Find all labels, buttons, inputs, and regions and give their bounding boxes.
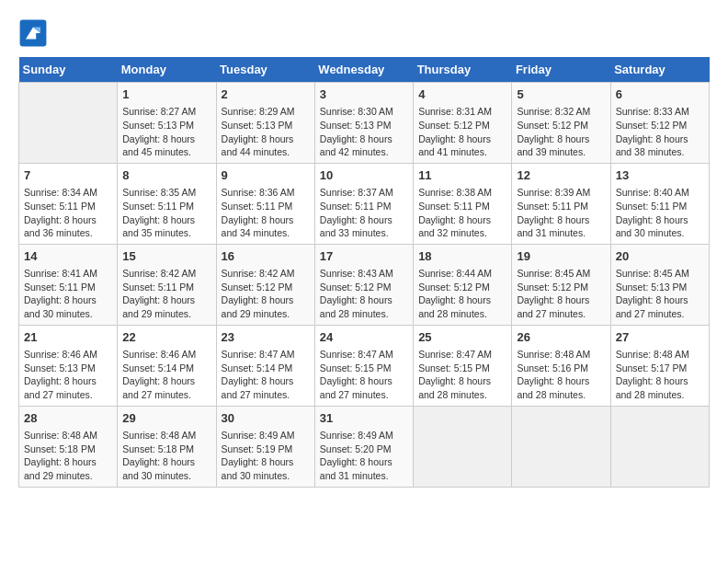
day-number: 20 (616, 248, 704, 265)
calendar-week-4: 21Sunrise: 8:46 AMSunset: 5:13 PMDayligh… (19, 325, 710, 406)
calendar-header-row: SundayMondayTuesdayWednesdayThursdayFrid… (19, 57, 710, 83)
day-info: Sunrise: 8:41 AM (24, 267, 112, 281)
day-info: Sunset: 5:11 PM (320, 200, 408, 213)
calendar-week-1: 1Sunrise: 8:27 AMSunset: 5:13 PMDaylight… (19, 83, 710, 164)
day-info: Sunrise: 8:33 AM (616, 105, 704, 119)
day-info: Sunset: 5:11 PM (517, 200, 605, 213)
day-info: Daylight: 8 hours and 33 minutes. (320, 213, 408, 240)
day-number: 26 (517, 329, 605, 346)
day-info: Sunset: 5:14 PM (222, 362, 310, 375)
day-info: Sunset: 5:15 PM (418, 362, 506, 375)
day-info: Daylight: 8 hours and 41 minutes. (418, 132, 506, 159)
day-info: Sunset: 5:11 PM (122, 281, 210, 294)
day-info: Sunset: 5:11 PM (222, 200, 310, 213)
day-info: Daylight: 8 hours and 28 minutes. (616, 374, 704, 401)
day-info: Daylight: 8 hours and 29 minutes. (222, 293, 310, 320)
day-info: Daylight: 8 hours and 27 minutes. (24, 374, 112, 401)
day-info: Sunset: 5:13 PM (616, 281, 704, 294)
day-info: Sunset: 5:12 PM (616, 119, 704, 132)
day-info: Daylight: 8 hours and 27 minutes. (517, 293, 605, 320)
calendar-cell (414, 406, 512, 487)
day-info: Daylight: 8 hours and 28 minutes. (517, 374, 605, 401)
day-info: Daylight: 8 hours and 30 minutes. (122, 455, 210, 482)
day-info: Sunset: 5:12 PM (517, 281, 605, 294)
calendar-cell: 27Sunrise: 8:48 AMSunset: 5:17 PMDayligh… (610, 325, 709, 406)
calendar-cell: 8Sunrise: 8:35 AMSunset: 5:11 PMDaylight… (118, 163, 216, 244)
day-info: Sunrise: 8:35 AM (122, 186, 210, 200)
day-info: Sunrise: 8:47 AM (418, 348, 506, 362)
calendar-cell: 3Sunrise: 8:30 AMSunset: 5:13 PMDaylight… (314, 83, 413, 164)
day-info: Sunrise: 8:38 AM (418, 186, 506, 200)
logo (18, 18, 51, 48)
day-info: Sunset: 5:11 PM (24, 200, 112, 213)
day-info: Sunrise: 8:37 AM (320, 186, 408, 200)
day-number: 13 (616, 167, 704, 184)
calendar-cell: 16Sunrise: 8:42 AMSunset: 5:12 PMDayligh… (216, 244, 314, 325)
day-info: Daylight: 8 hours and 44 minutes. (222, 132, 310, 159)
day-number: 15 (122, 248, 210, 265)
day-info: Sunset: 5:18 PM (24, 442, 112, 456)
day-info: Daylight: 8 hours and 27 minutes. (320, 374, 408, 401)
day-info: Sunset: 5:14 PM (122, 362, 210, 375)
calendar-cell: 25Sunrise: 8:47 AMSunset: 5:15 PMDayligh… (414, 325, 512, 406)
day-info: Sunrise: 8:42 AM (222, 267, 310, 281)
day-info: Daylight: 8 hours and 28 minutes. (418, 293, 506, 320)
calendar-cell: 26Sunrise: 8:48 AMSunset: 5:16 PMDayligh… (512, 325, 610, 406)
day-info: Daylight: 8 hours and 39 minutes. (517, 132, 605, 159)
day-info: Sunrise: 8:48 AM (24, 429, 112, 442)
day-number: 1 (122, 86, 210, 103)
day-info: Daylight: 8 hours and 31 minutes. (517, 213, 605, 240)
header-saturday: Saturday (610, 57, 709, 83)
day-info: Daylight: 8 hours and 29 minutes. (122, 293, 210, 320)
day-info: Sunrise: 8:27 AM (122, 105, 210, 119)
calendar-cell: 5Sunrise: 8:32 AMSunset: 5:12 PMDaylight… (512, 83, 610, 164)
day-info: Sunrise: 8:45 AM (616, 267, 704, 281)
calendar-cell (610, 406, 709, 487)
header-sunday: Sunday (19, 57, 118, 83)
day-info: Sunrise: 8:40 AM (616, 186, 704, 200)
day-info: Sunrise: 8:34 AM (24, 186, 112, 200)
day-number: 5 (517, 86, 605, 103)
day-number: 24 (320, 329, 408, 346)
calendar-cell: 31Sunrise: 8:49 AMSunset: 5:20 PMDayligh… (314, 406, 413, 487)
day-info: Sunrise: 8:46 AM (122, 348, 210, 362)
day-number: 19 (517, 248, 605, 265)
day-number: 8 (122, 167, 210, 184)
day-info: Sunrise: 8:30 AM (320, 105, 408, 119)
header-thursday: Thursday (414, 57, 512, 83)
day-info: Daylight: 8 hours and 27 minutes. (616, 293, 704, 320)
day-number: 10 (320, 167, 408, 184)
day-info: Daylight: 8 hours and 45 minutes. (122, 132, 210, 159)
header-friday: Friday (512, 57, 610, 83)
day-info: Sunrise: 8:29 AM (222, 105, 310, 119)
calendar-cell: 7Sunrise: 8:34 AMSunset: 5:11 PMDaylight… (19, 163, 118, 244)
day-info: Sunrise: 8:48 AM (517, 348, 605, 362)
calendar-cell: 19Sunrise: 8:45 AMSunset: 5:12 PMDayligh… (512, 244, 610, 325)
calendar-cell (19, 83, 118, 164)
calendar-week-5: 28Sunrise: 8:48 AMSunset: 5:18 PMDayligh… (19, 406, 710, 487)
logo-icon (18, 18, 48, 48)
day-info: Sunset: 5:16 PM (517, 362, 605, 375)
calendar-cell: 18Sunrise: 8:44 AMSunset: 5:12 PMDayligh… (414, 244, 512, 325)
day-info: Sunrise: 8:45 AM (517, 267, 605, 281)
day-info: Daylight: 8 hours and 42 minutes. (320, 132, 408, 159)
day-info: Sunrise: 8:47 AM (320, 348, 408, 362)
header-wednesday: Wednesday (314, 57, 413, 83)
calendar-cell (512, 406, 610, 487)
calendar-cell: 24Sunrise: 8:47 AMSunset: 5:15 PMDayligh… (314, 325, 413, 406)
calendar-cell: 4Sunrise: 8:31 AMSunset: 5:12 PMDaylight… (414, 83, 512, 164)
day-info: Sunset: 5:20 PM (320, 442, 408, 456)
day-number: 31 (320, 410, 408, 427)
day-info: Sunrise: 8:46 AM (24, 348, 112, 362)
calendar-cell: 9Sunrise: 8:36 AMSunset: 5:11 PMDaylight… (216, 163, 314, 244)
day-number: 22 (122, 329, 210, 346)
day-info: Sunset: 5:11 PM (122, 200, 210, 213)
day-info: Sunrise: 8:44 AM (418, 267, 506, 281)
day-number: 25 (418, 329, 506, 346)
day-info: Sunrise: 8:48 AM (122, 429, 210, 442)
calendar-cell: 15Sunrise: 8:42 AMSunset: 5:11 PMDayligh… (118, 244, 216, 325)
day-number: 21 (24, 329, 112, 346)
calendar-cell: 21Sunrise: 8:46 AMSunset: 5:13 PMDayligh… (19, 325, 118, 406)
day-info: Sunset: 5:12 PM (222, 281, 310, 294)
day-info: Sunset: 5:17 PM (616, 362, 704, 375)
